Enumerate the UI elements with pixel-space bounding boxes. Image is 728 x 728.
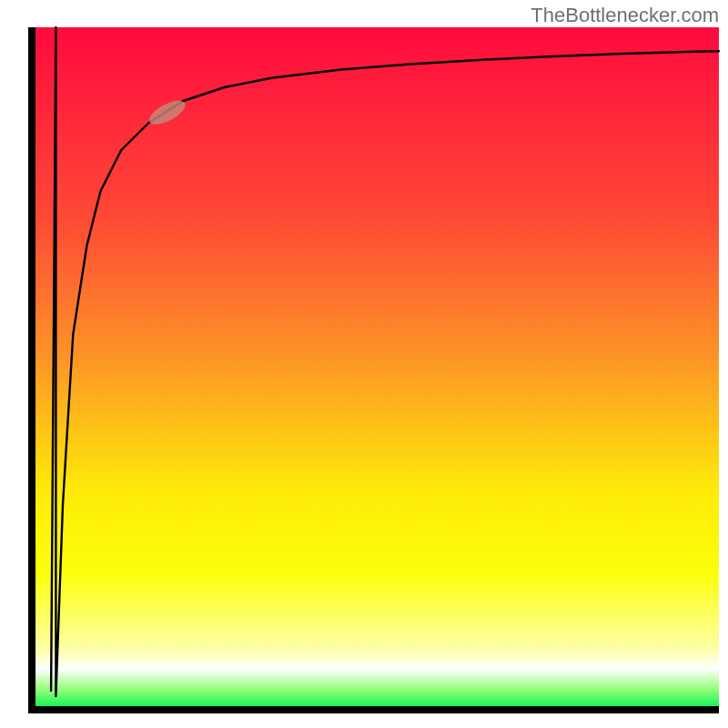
chart-container: TheBottlenecker.com: [0, 0, 728, 728]
plot-background: [32, 27, 719, 710]
bottleneck-chart: [0, 0, 728, 728]
watermark-text: TheBottlenecker.com: [531, 4, 719, 27]
